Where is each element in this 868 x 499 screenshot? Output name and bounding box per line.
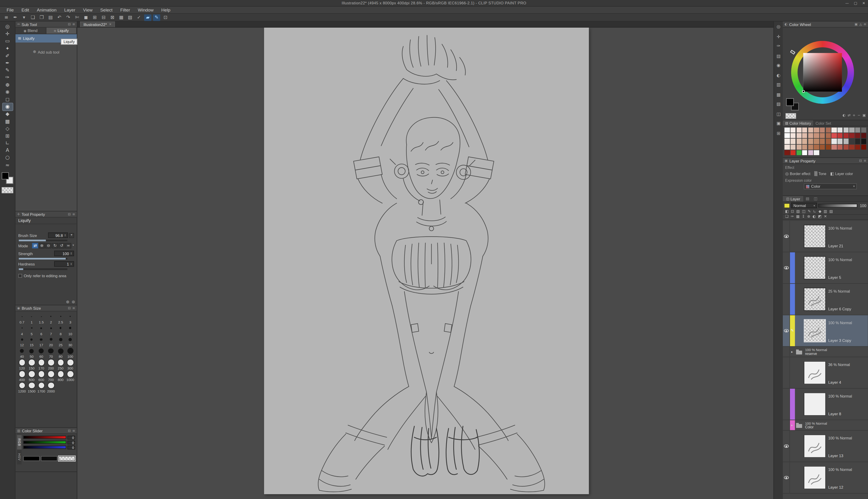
layer-row[interactable]: ✎ ▸ 100 % Normal Color xyxy=(783,420,868,431)
brush-size-preset[interactable]: 120 xyxy=(17,358,27,370)
current-tool[interactable]: ✒ xyxy=(12,14,19,21)
tab-liquify[interactable]: ≋ Liquify xyxy=(46,28,77,34)
panel-menu-icon[interactable]: ≡ xyxy=(864,159,866,162)
brush-size-preset[interactable]: 800 xyxy=(56,370,65,381)
history-swatch[interactable] xyxy=(796,145,801,149)
visibility-cell[interactable] xyxy=(783,284,790,315)
tool-brush[interactable]: ✑ xyxy=(2,74,12,82)
history-swatch[interactable] xyxy=(837,127,842,133)
layer-row[interactable]: ✎ ▸ 25 % Normal Layer 6 Copy xyxy=(783,284,868,315)
brush-size-preset[interactable]: 6 xyxy=(36,324,46,336)
visibility-cell[interactable] xyxy=(783,252,790,283)
history-swatch[interactable] xyxy=(808,127,813,133)
brightness-up[interactable]: + xyxy=(853,114,856,117)
history-swatch[interactable] xyxy=(802,133,807,138)
history-swatch[interactable] xyxy=(785,145,790,149)
mode-expand[interactable]: ⊕ xyxy=(39,243,45,248)
history-swatch[interactable] xyxy=(837,133,842,138)
tool-balloon[interactable]: ○ xyxy=(2,154,12,162)
history-swatch[interactable] xyxy=(832,133,837,138)
history-swatch[interactable] xyxy=(820,139,825,144)
brush-size-preset[interactable]: 50 xyxy=(27,347,36,358)
history-swatch[interactable] xyxy=(855,145,860,149)
tool-switcher-dropdown[interactable]: ▾ xyxy=(21,14,28,21)
visibility-cell[interactable] xyxy=(783,389,790,419)
cs-sub-color[interactable] xyxy=(41,456,58,461)
history-swatch[interactable] xyxy=(843,145,848,149)
create-layer-mask[interactable]: ◐ xyxy=(812,215,816,219)
saturation-value-square[interactable] xyxy=(803,53,842,92)
canvas-page[interactable] xyxy=(264,28,589,494)
snap-to-ruler[interactable]: ⊟ xyxy=(100,14,107,21)
brush-size-preset[interactable]: 10 xyxy=(65,324,75,336)
visibility-cell[interactable] xyxy=(783,221,790,252)
tool-pen[interactable]: ✒ xyxy=(2,60,12,67)
layer-thumbnail[interactable] xyxy=(804,435,826,458)
strength-input[interactable]: 100 ↕ xyxy=(54,251,74,256)
slider-value[interactable]: 0 xyxy=(68,440,75,444)
wheel-triangle-mode[interactable]: ◬ xyxy=(859,23,862,26)
strength-slider[interactable] xyxy=(19,258,68,259)
hardness-slider[interactable] xyxy=(19,268,68,270)
cs-main-color[interactable] xyxy=(23,456,40,461)
layer-row[interactable]: ✎ ▸ 100 % Normal Layer 13 xyxy=(783,431,868,462)
blend-mode-select[interactable]: Normal ▾ xyxy=(791,203,817,208)
spinner-icon[interactable]: ↕ xyxy=(64,234,66,236)
brush-size-toggle[interactable]: ◉ xyxy=(775,62,782,69)
history-swatch[interactable] xyxy=(785,139,790,144)
panel-menu-icon[interactable]: ≡ xyxy=(72,306,75,310)
only-refer-editing-area-checkbox[interactable]: Only refer to editing area xyxy=(18,274,74,278)
brush-size-preset[interactable]: 250 xyxy=(56,358,65,370)
visibility-cell[interactable] xyxy=(783,431,790,462)
eye-icon[interactable] xyxy=(784,266,789,269)
brush-size-preset[interactable]: 1700 xyxy=(36,381,46,393)
tab-color-history[interactable]: ▧ Color History xyxy=(783,120,813,126)
brush-size-preset[interactable]: 12 xyxy=(17,336,27,347)
history-swatch[interactable] xyxy=(796,127,801,133)
history-swatch[interactable] xyxy=(802,150,807,155)
mode-push[interactable]: ⇄ xyxy=(32,243,38,248)
layer-thumbnail[interactable] xyxy=(804,392,826,416)
tab-layer[interactable]: ◫ Layer xyxy=(783,196,803,202)
main-color-swatch[interactable] xyxy=(1,172,9,179)
tool-ruler[interactable]: ∟ xyxy=(2,139,12,147)
detail-settings-button[interactable]: ⊛ xyxy=(72,300,75,304)
clip-to-layer-below[interactable]: ◧ xyxy=(785,210,788,214)
tool-eyedropper[interactable]: ✐ xyxy=(2,52,12,60)
animation-cel-tab[interactable]: ◫ xyxy=(811,196,820,202)
apply-mask-to-layer[interactable]: ◩ xyxy=(818,215,821,219)
layer-row[interactable]: ✎ ▸ 100 % Normal Layer 12 xyxy=(783,462,868,494)
history-swatch[interactable] xyxy=(808,150,813,155)
cs-transparent-color[interactable] xyxy=(59,456,75,461)
quick-access-toggle[interactable]: ◎ xyxy=(775,24,782,31)
history-swatch[interactable] xyxy=(791,150,795,155)
layer-row[interactable]: ✎ ▸ 100 % Normal reserve xyxy=(783,347,868,357)
spinner-icon[interactable]: ↕ xyxy=(70,263,72,265)
brush-size-preset[interactable]: 2.5 xyxy=(56,313,65,324)
two-pane-view[interactable]: ▥ xyxy=(823,210,827,214)
folder-expander-icon[interactable]: ▸ xyxy=(791,350,793,353)
brush-size-preset[interactable]: 3 xyxy=(65,313,75,324)
opacity-slider[interactable] xyxy=(818,203,857,207)
snap-to-special-ruler[interactable]: ⊠ xyxy=(109,14,116,21)
history-swatch[interactable] xyxy=(814,127,819,133)
menu-item[interactable]: Edit xyxy=(18,7,33,12)
history-swatch[interactable] xyxy=(849,127,854,133)
collapse-panel-icon[interactable]: ⊟ xyxy=(68,429,71,432)
menu-item[interactable]: Window xyxy=(134,7,157,12)
brush-size-preset[interactable]: 30 xyxy=(65,336,75,347)
tool-property-toggle[interactable]: ▤ xyxy=(775,53,782,59)
history-swatch[interactable] xyxy=(814,145,819,149)
history-swatch[interactable] xyxy=(832,139,837,144)
color-wheel-toggle[interactable]: ◐ xyxy=(775,72,782,79)
brush-size-preset[interactable]: 7 xyxy=(46,324,56,336)
visibility-cell[interactable] xyxy=(783,357,790,388)
tool-panel-toggle[interactable]: ✛ xyxy=(775,33,782,40)
history-swatch[interactable] xyxy=(820,145,825,149)
tab-rgb[interactable]: RGB xyxy=(17,435,21,449)
tool-move[interactable]: ✛ xyxy=(2,31,12,38)
brightness-down[interactable]: − xyxy=(857,114,860,117)
color-slider-toggle[interactable]: ▥ xyxy=(775,82,782,88)
collapse-panel-icon[interactable]: ⊟ xyxy=(68,306,71,310)
brush-size-preset[interactable]: 70 xyxy=(46,347,56,358)
